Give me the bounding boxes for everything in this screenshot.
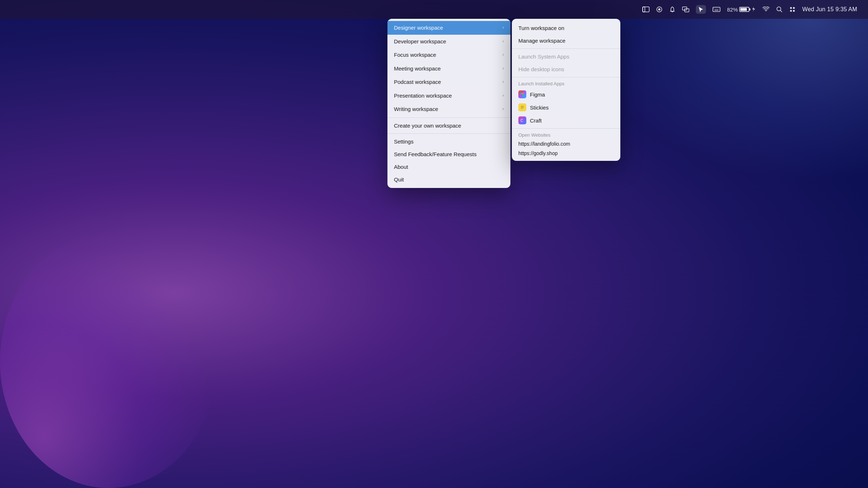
feedback-label: Send Feedback/Feature Requests <box>394 151 476 157</box>
datetime-display: Wed Jun 15 9:35 AM <box>802 6 857 13</box>
divider-1 <box>387 117 510 118</box>
keyboard-icon[interactable] <box>712 7 720 12</box>
installed-apps-label: Launch Installed Apps <box>518 81 564 86</box>
menu-item-settings[interactable]: Settings <box>387 135 510 148</box>
screen-mirror-icon[interactable] <box>682 7 689 12</box>
menu-item-developer-workspace[interactable]: Developer workspace › <box>387 35 510 48</box>
websites-section: Open Websites <box>512 130 620 139</box>
godly-url: https://godly.shop <box>518 150 558 156</box>
focus-workspace-chevron: › <box>502 52 504 58</box>
writing-workspace-chevron: › <box>502 106 504 112</box>
developer-workspace-chevron: › <box>502 38 504 44</box>
submenu-launch-system: Launch System Apps <box>512 50 620 63</box>
quit-label: Quit <box>394 176 404 183</box>
spotlight-icon[interactable] <box>776 6 783 13</box>
wifi-icon[interactable] <box>762 7 770 12</box>
submenu: Turn workspace on Manage workspace Launc… <box>512 19 620 161</box>
podcast-workspace-chevron: › <box>502 79 504 85</box>
launch-system-label: Launch System Apps <box>518 53 569 60</box>
svg-rect-1 <box>643 7 645 12</box>
menubar: 82% <box>0 0 868 19</box>
figma-label: Figma <box>530 91 545 98</box>
submenu-manage[interactable]: Manage workspace <box>512 34 620 47</box>
finder-icon[interactable] <box>642 7 650 12</box>
app-item-stickies[interactable]: Stickies <box>512 101 620 114</box>
menu-item-feedback[interactable]: Send Feedback/Feature Requests <box>387 148 510 160</box>
menu-item-quit[interactable]: Quit <box>387 173 510 186</box>
presentation-workspace-chevron: › <box>502 93 504 99</box>
website-landingfolio[interactable]: https://landingfolio.com <box>512 139 620 149</box>
meeting-workspace-chevron: › <box>502 65 504 72</box>
svg-rect-6 <box>713 7 720 12</box>
submenu-hide-desktop: Hide desktop icons <box>512 63 620 76</box>
websites-label: Open Websites <box>518 132 550 138</box>
svg-point-14 <box>790 7 792 9</box>
submenu-turn-on[interactable]: Turn workspace on <box>512 22 620 34</box>
podcast-workspace-label: Podcast workspace <box>394 78 441 86</box>
figma-icon <box>518 90 526 98</box>
focus-workspace-label: Focus workspace <box>394 51 436 59</box>
installed-apps-section: Launch Installed Apps <box>512 79 620 88</box>
hide-desktop-label: Hide desktop icons <box>518 66 564 72</box>
create-workspace-label: Create your own workspace <box>394 123 461 129</box>
svg-text:C: C <box>520 119 523 123</box>
craft-icon: C <box>518 116 526 124</box>
turn-on-label: Turn workspace on <box>518 25 564 31</box>
divider-2 <box>387 133 510 134</box>
svg-rect-0 <box>643 7 649 12</box>
designer-workspace-label: Designer workspace <box>394 24 443 31</box>
battery-fill <box>740 8 747 11</box>
writing-workspace-label: Writing workspace <box>394 106 438 113</box>
app-item-craft[interactable]: C Craft <box>512 114 620 127</box>
menu-item-create-workspace[interactable]: Create your own workspace <box>387 119 510 132</box>
svg-point-17 <box>793 10 795 12</box>
svg-line-13 <box>780 10 782 12</box>
menu-item-designer-workspace[interactable]: Designer workspace › <box>387 21 510 35</box>
menu-item-about[interactable]: About <box>387 160 510 173</box>
website-godly[interactable]: https://godly.shop <box>512 149 620 158</box>
control-center-icon[interactable] <box>789 6 796 13</box>
main-menu: Designer workspace › Developer workspace… <box>387 19 510 188</box>
menu-item-focus-workspace[interactable]: Focus workspace › <box>387 48 510 62</box>
app-item-figma[interactable]: Figma <box>512 88 620 101</box>
svg-point-15 <box>793 7 795 9</box>
workspace-cursor-icon[interactable] <box>696 5 706 14</box>
landingfolio-url: https://landingfolio.com <box>518 141 570 147</box>
svg-point-3 <box>658 8 660 10</box>
stickies-label: Stickies <box>530 104 549 111</box>
designer-workspace-chevron: › <box>502 25 504 31</box>
desktop: 82% <box>0 0 868 488</box>
submenu-divider-2 <box>512 77 620 77</box>
submenu-divider-1 <box>512 48 620 49</box>
battery-bar <box>739 7 749 12</box>
menu-item-presentation-workspace[interactable]: Presentation workspace › <box>387 89 510 103</box>
svg-point-16 <box>790 10 792 12</box>
menubar-right: 82% <box>642 5 857 14</box>
settings-label: Settings <box>394 138 413 145</box>
submenu-divider-3 <box>512 128 620 129</box>
battery-indicator: 82% <box>727 7 756 13</box>
dropdown-container: Designer workspace › Developer workspace… <box>387 19 620 188</box>
manage-label: Manage workspace <box>518 38 565 44</box>
notification-icon[interactable] <box>669 6 676 13</box>
stickies-icon <box>518 103 526 111</box>
craft-label: Craft <box>530 117 542 124</box>
focusfilter-icon[interactable] <box>656 6 663 13</box>
developer-workspace-label: Developer workspace <box>394 38 446 45</box>
battery-percent: 82% <box>727 7 738 13</box>
about-label: About <box>394 164 408 170</box>
menu-item-meeting-workspace[interactable]: Meeting workspace › <box>387 62 510 76</box>
presentation-workspace-label: Presentation workspace <box>394 92 452 99</box>
menu-item-podcast-workspace[interactable]: Podcast workspace › <box>387 75 510 89</box>
meeting-workspace-label: Meeting workspace <box>394 65 441 72</box>
menu-item-writing-workspace[interactable]: Writing workspace › <box>387 102 510 116</box>
